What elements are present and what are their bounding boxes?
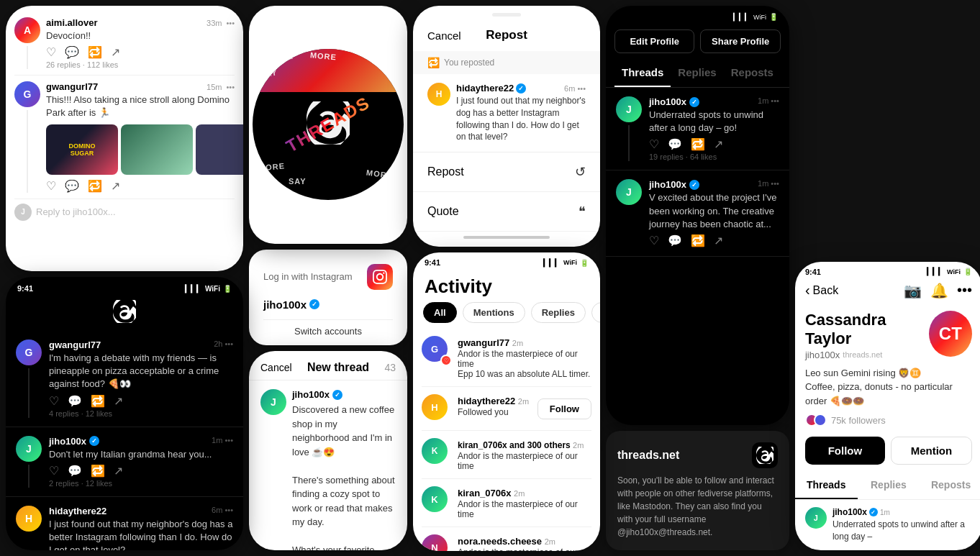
username[interactable]: hidaythere22 — [49, 506, 106, 516]
username[interactable]: gwangurl77 — [46, 81, 98, 92]
switch-accounts-button[interactable]: Switch accounts — [263, 319, 393, 342]
quote-option[interactable]: Quote ❝ — [413, 192, 600, 232]
activity-desc2: Epp 10 was an absolute ALL timer. — [458, 369, 591, 379]
edit-profile-button[interactable]: Edit Profile — [614, 29, 694, 53]
threads-net-logo — [752, 442, 778, 468]
activity-avatar: K — [422, 486, 448, 512]
like-button[interactable]: ♡ — [46, 45, 56, 59]
tab-threads[interactable]: Threads — [795, 472, 858, 499]
like-button[interactable]: ♡ — [49, 464, 59, 478]
share-button[interactable]: ↗ — [111, 45, 120, 59]
image-thumb: DOMINOSUGAR — [46, 124, 118, 175]
thread-text: I just found out that my neighbor's dog … — [49, 518, 233, 550]
repost-button[interactable]: 🔁 — [691, 234, 705, 247]
profile-dark-panel: ▎▎▎WiFi🔋 Edit Profile Share Profile Thre… — [606, 6, 789, 425]
repost-option[interactable]: Repost ↺ — [413, 152, 600, 192]
more-icon[interactable]: ••• — [957, 282, 972, 299]
share-button[interactable]: ↗ — [114, 464, 123, 478]
tab-replies[interactable]: Replies — [671, 59, 723, 87]
repost-button[interactable]: 🔁 — [88, 179, 102, 193]
verified-icon: ✓ — [516, 83, 526, 94]
activity-item: G ♡ gwangurl77 2m Andor is the masterpie… — [422, 329, 591, 387]
repost-button[interactable]: 🔁 — [691, 137, 705, 151]
thread-text: I'm having a debate with my friends — is… — [49, 352, 233, 391]
cancel-button[interactable]: Cancel — [260, 362, 292, 373]
username[interactable]: jiho100x ✓ — [49, 436, 99, 447]
login-panel: Log in with Instagram jiho100x ✓ Switch … — [249, 250, 407, 345]
tab-all[interactable]: All — [423, 302, 457, 323]
thread-item: G gwangurl77 15m ••• — [14, 76, 235, 199]
back-button[interactable]: ‹ Back — [805, 282, 838, 298]
username[interactable]: aimi.allover — [46, 17, 98, 28]
tab-verified[interactable]: Verif... — [591, 302, 600, 323]
more-icon[interactable]: ••• — [226, 19, 235, 27]
repost-cancel-button[interactable]: Cancel — [427, 29, 461, 42]
col4: ▎▎▎WiFi🔋 Edit Profile Share Profile Thre… — [606, 6, 789, 550]
preview-text: Underrated spots to unwind after a long … — [832, 519, 972, 543]
activity-item: K kiran_0706x and 300 others 2m Andor is… — [422, 431, 591, 479]
like-button[interactable]: ♡ — [46, 179, 56, 193]
handle-domain: threads.net — [843, 350, 882, 359]
status-time: 9:41 — [17, 284, 33, 293]
camera-icon[interactable]: 📷 — [904, 282, 922, 299]
new-thread-panel: Cancel New thread 43 J jiho100x ✓ Discov… — [249, 351, 407, 550]
share-button[interactable]: ↗ — [714, 234, 723, 247]
home-indicator — [463, 236, 550, 239]
image-thumb — [196, 124, 243, 175]
login-label: Log in with Instagram — [263, 271, 353, 282]
activity-username: gwangurl77 2m — [458, 337, 523, 348]
profile-cta-row: Follow Mention — [795, 432, 980, 472]
small-avatar: J — [14, 204, 32, 221]
tab-mentions[interactable]: Mentions — [463, 302, 525, 323]
avatar: J — [16, 436, 42, 462]
like-button[interactable]: ♡ — [49, 394, 59, 408]
mention-button[interactable]: Mention — [891, 437, 972, 465]
thread-item: G gwangurl77 2h ••• I'm having a debate … — [6, 331, 243, 427]
tab-reposts[interactable]: Reposts — [724, 59, 781, 87]
followers-count: 75k followers — [795, 412, 980, 432]
avatar: G — [16, 339, 42, 365]
comment-button[interactable]: 💬 — [68, 464, 82, 478]
reply-count: 2 replies · 12 likes — [49, 479, 233, 488]
follow-button[interactable]: Follow — [805, 437, 885, 465]
repost-panel: Cancel Repost Cancel 🔁 You reposted H hi… — [413, 6, 600, 247]
comment-button[interactable]: 💬 — [65, 179, 79, 193]
repost-button[interactable]: 🔁 — [91, 464, 105, 478]
thread-item: J jiho100x ✓ 1m ••• V excited about the … — [606, 170, 789, 257]
like-button[interactable]: ♡ — [649, 234, 659, 247]
activity-username: nora.needs.cheese 2m — [458, 536, 555, 547]
follow-button[interactable]: Follow — [537, 398, 591, 419]
reply-placeholder[interactable]: Reply to jiho100x... — [36, 206, 116, 217]
tab-reposts[interactable]: Reposts — [920, 472, 980, 499]
thread-item: H hidaythere22 6m ••• I just found out t… — [6, 497, 243, 550]
status-icons: ▎▎▎WiFi🔋 — [185, 285, 232, 293]
thread-compose-area[interactable]: Discovered a new coffee shop in my neigh… — [292, 403, 396, 550]
username[interactable]: jiho100x ✓ — [649, 96, 699, 107]
username[interactable]: gwangurl77 — [49, 339, 101, 350]
comment-button[interactable]: 💬 — [668, 234, 682, 247]
activity-panel: 9:41 ▎▎▎WiFi🔋 Activity All Mentions Repl… — [413, 252, 600, 551]
reply-row[interactable]: J Reply to jiho100x... — [14, 199, 235, 224]
col3: Cancel Repost Cancel 🔁 You reposted H hi… — [413, 6, 600, 550]
comment-button[interactable]: 💬 — [68, 394, 82, 408]
more-icon[interactable]: ••• — [226, 83, 235, 91]
share-button[interactable]: ↗ — [111, 179, 120, 193]
share-button[interactable]: ↗ — [714, 137, 723, 151]
thread-time: 1m ••• — [758, 96, 779, 107]
tab-threads[interactable]: Threads — [614, 59, 671, 87]
share-profile-button[interactable]: Share Profile — [700, 29, 780, 53]
share-button[interactable]: ↗ — [114, 394, 123, 408]
repost-button[interactable]: 🔁 — [91, 394, 105, 408]
thread-time: 1m ••• — [212, 436, 233, 447]
repost-button[interactable]: 🔁 — [88, 45, 102, 59]
comment-button[interactable]: 💬 — [65, 45, 79, 59]
dark-feed-phone: 9:41 ▎▎▎WiFi🔋 G gwan — [6, 277, 243, 550]
login-username: jiho100x ✓ — [263, 298, 393, 311]
bell-icon[interactable]: 🔔 — [930, 282, 948, 299]
activity-username: kiran_0706x and 300 others 2m — [458, 440, 584, 450]
tab-replies[interactable]: Replies — [531, 302, 586, 323]
comment-button[interactable]: 💬 — [668, 137, 682, 151]
tab-replies[interactable]: Replies — [858, 472, 920, 499]
like-button[interactable]: ♡ — [649, 137, 659, 151]
username[interactable]: jiho100x ✓ — [649, 179, 699, 190]
